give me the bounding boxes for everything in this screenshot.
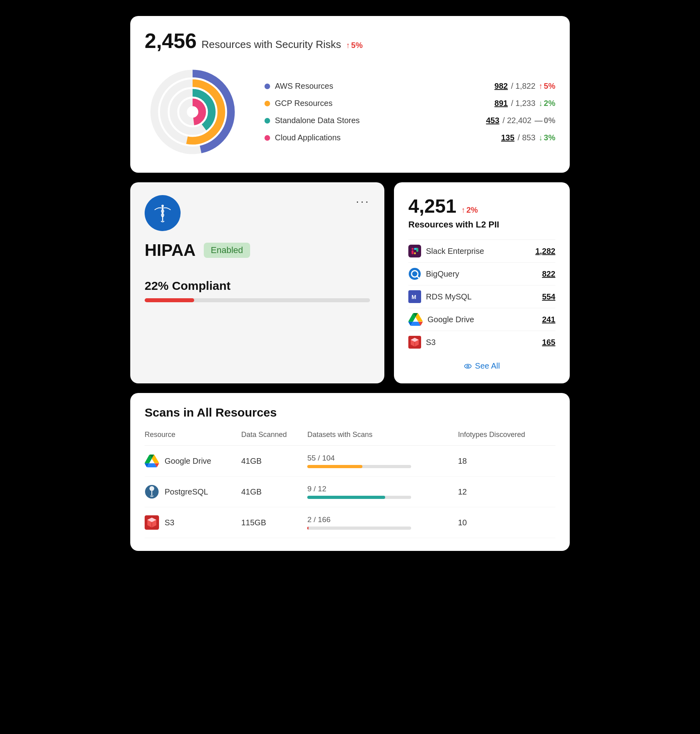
scan-bar-track-s3 [307,527,411,530]
gcp-values: 891 / 1,233 ↓ 2% [495,99,555,108]
standalone-values: 453 / 22,402 — 0% [486,116,555,125]
svg-point-24 [465,364,471,368]
badge-value: 5% [351,41,363,50]
svg-rect-15 [416,248,418,252]
svg-rect-13 [412,248,414,250]
rds-mysql-label: RDS MySQL [426,292,471,301]
google-drive-icon [145,455,159,467]
rds-mysql-value: 554 [542,292,555,301]
table-row-google-drive: Google Drive 41GB 55 / 104 [145,446,555,477]
resource-cell-s3: S3 [145,507,241,538]
legend-row-standalone: Standalone Data Stores 453 / 22,402 — 0% [264,116,555,125]
svg-rect-16 [414,252,416,254]
svg-point-27 [149,486,154,491]
svg-rect-11 [408,245,421,257]
resource-cell-postgresql: PostgreSQL [145,477,241,507]
svg-point-10 [161,205,164,207]
scan-bar-fill-google-drive [307,465,362,468]
legend-row-cloud: Cloud Applications 135 / 853 ↓ 3% [264,133,555,142]
resource-cell-google-drive: Google Drive [145,446,241,477]
pii-row-rds-mysql: M RDS MySQL 554 [408,285,555,308]
scan-bar-track-postgresql [307,496,411,499]
google-drive-label-pii: Google Drive [428,315,474,324]
bigquery-value: 822 [542,269,555,279]
legend-list: AWS Resources 982 / 1,822 ↑ 5% GCP Resou… [264,82,555,142]
gcp-change: ↓ 2% [539,99,555,108]
see-all-button[interactable]: See All [408,353,555,371]
s3-icon-pii [408,336,421,349]
gcp-total: / 1,233 [511,99,535,108]
aws-label: AWS Resources [275,82,490,91]
enabled-badge: Enabled [204,243,251,258]
pii-arrow-up-icon: ↑ [461,205,465,215]
s3-icon [145,515,159,530]
compliance-progress-track [145,298,370,302]
bigquery-icon [408,267,421,280]
hipaa-card: ··· HIPAA Enabled 22% Com [130,182,384,383]
aws-change: ↑ 5% [539,82,555,91]
legend-row-aws: AWS Resources 982 / 1,822 ↑ 5% [264,82,555,91]
slack-label: Slack Enterprise [426,247,484,256]
gcp-label: GCP Resources [275,99,490,108]
legend-row-gcp: GCP Resources 891 / 1,233 ↓ 2% [264,99,555,108]
compliance-progress-fill [145,298,194,302]
scans-title: Scans in All Resources [145,406,555,419]
bigquery-label: BigQuery [426,269,459,279]
data-scanned-postgresql: 41GB [241,477,307,507]
standalone-dot [264,118,270,124]
hipaa-title-row: HIPAA Enabled [145,241,370,260]
datasets-postgresql: 9 / 12 [307,477,458,507]
compliance-label: 22% Compliant [145,279,370,293]
pii-row-s3: S3 165 [408,331,555,353]
pii-row-slack: Slack Enterprise 1,282 [408,239,555,262]
donut-chart [145,64,241,160]
pii-change-badge: ↑ 2% [461,205,478,215]
infotypes-s3: 10 [458,507,555,538]
card-title: Resources with Security Risks [201,38,341,51]
eye-icon [464,362,472,370]
cloud-dot [264,135,270,141]
infotypes-google-drive: 18 [458,446,555,477]
scan-bar-fill-postgresql [307,496,385,499]
cloud-main-val: 135 [501,133,514,142]
change-badge: ↑ 5% [346,41,363,50]
svg-text:M: M [412,294,416,300]
pii-card: 4,251 ↑ 2% Resources with L2 PII Slack E… [394,182,570,383]
pii-header: 4,251 ↑ 2% [408,195,555,217]
main-number: 2,456 [145,29,197,53]
datasets-google-drive: 55 / 104 [307,446,458,477]
hipaa-logo [145,195,181,231]
google-drive-icon-pii [408,313,423,326]
svg-rect-12 [412,250,414,254]
middle-row: ··· HIPAA Enabled 22% Com [130,182,570,383]
col-infotypes: Infotypes Discovered [458,431,555,446]
pii-subtitle: Resources with L2 PII [408,219,555,230]
aws-dot [264,84,270,89]
more-menu-button[interactable]: ··· [356,195,370,208]
rds-mysql-icon: M [408,290,421,303]
arrow-up-icon: ↑ [346,41,350,50]
aws-main-val: 982 [495,82,508,91]
table-header-row: Resource Data Scanned Datasets with Scan… [145,431,555,446]
cloud-label: Cloud Applications [275,133,496,142]
data-scanned-google-drive: 41GB [241,446,307,477]
col-resource: Resource [145,431,241,446]
cloud-total: / 853 [518,133,536,142]
data-scanned-s3: 115GB [241,507,307,538]
cloud-values: 135 / 853 ↓ 3% [501,133,555,142]
datasets-s3: 2 / 166 [307,507,458,538]
scans-table: Resource Data Scanned Datasets with Scan… [145,431,555,538]
scan-bar-fill-s3 [307,527,308,530]
card-body: AWS Resources 982 / 1,822 ↑ 5% GCP Resou… [145,64,555,160]
gcp-main-val: 891 [495,99,508,108]
cloud-change: ↓ 3% [539,133,555,142]
standalone-change: — 0% [535,116,555,125]
standalone-main-val: 453 [486,116,499,125]
hipaa-title: HIPAA [145,241,196,260]
standalone-total: / 22,402 [503,116,531,125]
scan-bar-track-google-drive [307,465,411,468]
svg-point-25 [467,365,469,367]
s3-value-pii: 165 [542,338,555,347]
scans-card: Scans in All Resources Resource Data Sca… [130,393,570,551]
postgresql-icon [145,485,159,499]
